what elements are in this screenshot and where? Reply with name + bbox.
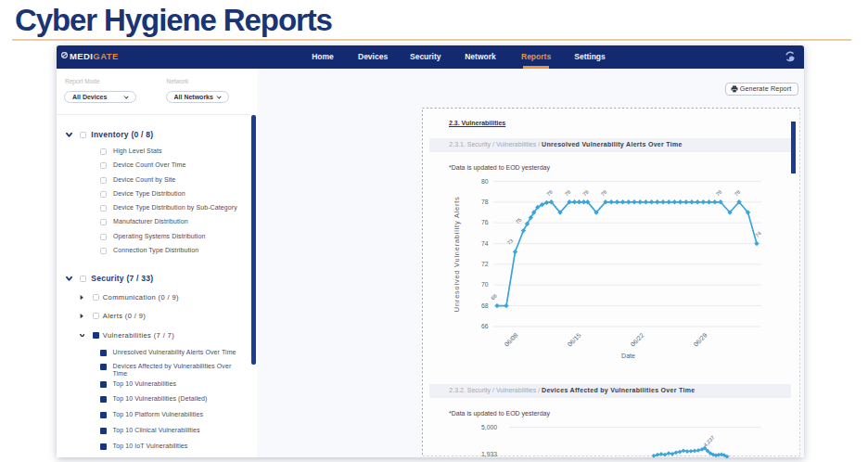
svg-text:80: 80 <box>481 178 489 185</box>
svg-text:06/08: 06/08 <box>504 331 519 347</box>
svg-text:78: 78 <box>715 189 723 198</box>
svg-text:78: 78 <box>600 189 608 198</box>
svg-text:78: 78 <box>545 189 554 198</box>
svg-text:Date: Date <box>621 353 635 359</box>
svg-text:06/15: 06/15 <box>567 331 582 347</box>
svg-text:68: 68 <box>481 302 489 309</box>
svg-text:5,000: 5,000 <box>481 424 497 430</box>
svg-text:73: 73 <box>506 237 515 246</box>
svg-text:78: 78 <box>581 189 590 198</box>
svg-text:06/22: 06/22 <box>630 331 645 347</box>
svg-text:70: 70 <box>481 281 489 288</box>
svg-text:78: 78 <box>481 199 489 205</box>
svg-text:Unresolved Vulnerability Alert: Unresolved Vulnerability Alerts <box>453 196 461 312</box>
svg-text:78: 78 <box>564 189 572 198</box>
svg-text:76: 76 <box>481 219 489 225</box>
svg-text:72: 72 <box>481 261 489 267</box>
svg-text:75: 75 <box>515 217 523 225</box>
svg-text:06/29: 06/29 <box>693 331 708 347</box>
svg-text:1,933: 1,933 <box>481 451 497 457</box>
svg-text:66: 66 <box>481 323 489 329</box>
svg-text:4,237: 4,237 <box>703 435 716 448</box>
svg-text:74: 74 <box>481 240 489 247</box>
svg-text:78: 78 <box>734 189 742 198</box>
svg-text:68: 68 <box>490 293 498 302</box>
